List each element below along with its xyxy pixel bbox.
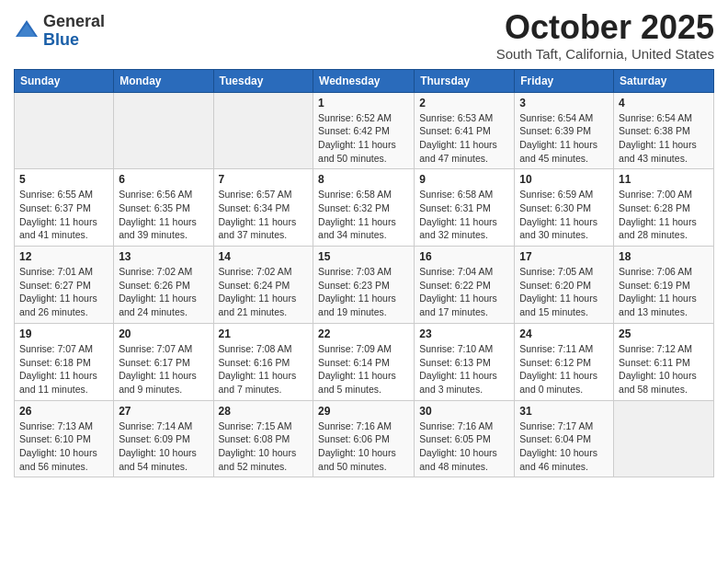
calendar-cell: 17Sunrise: 7:05 AM Sunset: 6:20 PM Dayli… bbox=[515, 247, 614, 324]
day-number: 5 bbox=[19, 173, 108, 186]
weekday-header-sunday: Sunday bbox=[15, 69, 114, 92]
calendar-cell: 3Sunrise: 6:54 AM Sunset: 6:39 PM Daylig… bbox=[515, 92, 614, 169]
calendar-cell: 23Sunrise: 7:10 AM Sunset: 6:13 PM Dayli… bbox=[415, 323, 515, 400]
calendar-cell: 13Sunrise: 7:02 AM Sunset: 6:26 PM Dayli… bbox=[114, 247, 213, 324]
day-info: Sunrise: 7:17 AM Sunset: 6:04 PM Dayligh… bbox=[519, 419, 609, 474]
calendar-cell: 27Sunrise: 7:14 AM Sunset: 6:09 PM Dayli… bbox=[114, 400, 213, 477]
day-info: Sunrise: 7:14 AM Sunset: 6:09 PM Dayligh… bbox=[119, 419, 208, 474]
day-info: Sunrise: 7:05 AM Sunset: 6:20 PM Dayligh… bbox=[519, 265, 609, 319]
weekday-header-row: SundayMondayTuesdayWednesdayThursdayFrid… bbox=[15, 69, 714, 92]
day-info: Sunrise: 7:10 AM Sunset: 6:13 PM Dayligh… bbox=[419, 342, 509, 396]
calendar-cell: 6Sunrise: 6:56 AM Sunset: 6:35 PM Daylig… bbox=[114, 169, 213, 247]
calendar-cell: 1Sunrise: 6:52 AM Sunset: 6:42 PM Daylig… bbox=[313, 92, 415, 169]
calendar-cell: 24Sunrise: 7:11 AM Sunset: 6:12 PM Dayli… bbox=[515, 323, 614, 400]
day-info: Sunrise: 7:12 AM Sunset: 6:11 PM Dayligh… bbox=[619, 342, 709, 396]
calendar-cell: 30Sunrise: 7:16 AM Sunset: 6:05 PM Dayli… bbox=[415, 400, 515, 477]
day-number: 21 bbox=[219, 327, 309, 340]
calendar-cell: 22Sunrise: 7:09 AM Sunset: 6:14 PM Dayli… bbox=[313, 323, 415, 400]
calendar-cell: 8Sunrise: 6:58 AM Sunset: 6:32 PM Daylig… bbox=[313, 169, 415, 247]
day-info: Sunrise: 7:06 AM Sunset: 6:19 PM Dayligh… bbox=[619, 265, 709, 319]
day-number: 27 bbox=[119, 405, 208, 418]
calendar-week-5: 26Sunrise: 7:13 AM Sunset: 6:10 PM Dayli… bbox=[15, 400, 714, 477]
weekday-header-saturday: Saturday bbox=[614, 69, 714, 92]
title-area: October 2025 South Taft, California, Uni… bbox=[496, 9, 714, 62]
calendar-cell: 18Sunrise: 7:06 AM Sunset: 6:19 PM Dayli… bbox=[614, 247, 714, 324]
calendar-cell: 12Sunrise: 7:01 AM Sunset: 6:27 PM Dayli… bbox=[15, 247, 114, 324]
day-number: 7 bbox=[219, 173, 309, 186]
logo-icon bbox=[14, 18, 40, 44]
day-number: 23 bbox=[419, 327, 509, 340]
day-number: 28 bbox=[219, 405, 309, 418]
logo-blue-text: Blue bbox=[43, 30, 79, 49]
calendar-cell: 9Sunrise: 6:58 AM Sunset: 6:31 PM Daylig… bbox=[415, 169, 515, 247]
day-number: 12 bbox=[19, 250, 108, 263]
day-number: 26 bbox=[19, 405, 108, 418]
day-number: 1 bbox=[318, 97, 409, 109]
weekday-header-wednesday: Wednesday bbox=[313, 69, 415, 92]
calendar-cell bbox=[614, 400, 714, 477]
calendar-cell: 19Sunrise: 7:07 AM Sunset: 6:18 PM Dayli… bbox=[15, 323, 114, 400]
day-info: Sunrise: 7:11 AM Sunset: 6:12 PM Dayligh… bbox=[519, 342, 609, 396]
day-info: Sunrise: 6:54 AM Sunset: 6:39 PM Dayligh… bbox=[519, 111, 609, 166]
day-info: Sunrise: 7:07 AM Sunset: 6:17 PM Dayligh… bbox=[119, 342, 208, 396]
header: General Blue October 2025 South Taft, Ca… bbox=[14, 9, 714, 62]
calendar-cell: 26Sunrise: 7:13 AM Sunset: 6:10 PM Dayli… bbox=[15, 400, 114, 477]
calendar-cell: 2Sunrise: 6:53 AM Sunset: 6:41 PM Daylig… bbox=[415, 92, 515, 169]
day-number: 20 bbox=[119, 327, 208, 340]
calendar-cell: 25Sunrise: 7:12 AM Sunset: 6:11 PM Dayli… bbox=[614, 323, 714, 400]
day-number: 30 bbox=[419, 405, 509, 418]
day-info: Sunrise: 7:09 AM Sunset: 6:14 PM Dayligh… bbox=[318, 342, 409, 396]
day-info: Sunrise: 6:58 AM Sunset: 6:32 PM Dayligh… bbox=[318, 188, 409, 242]
day-number: 6 bbox=[119, 173, 208, 186]
calendar-cell bbox=[15, 92, 114, 169]
weekday-header-thursday: Thursday bbox=[415, 69, 515, 92]
day-number: 11 bbox=[619, 173, 709, 186]
day-info: Sunrise: 6:55 AM Sunset: 6:37 PM Dayligh… bbox=[19, 188, 108, 242]
calendar-cell: 15Sunrise: 7:03 AM Sunset: 6:23 PM Dayli… bbox=[313, 247, 415, 324]
day-number: 8 bbox=[318, 173, 409, 186]
weekday-header-monday: Monday bbox=[114, 69, 213, 92]
calendar-week-2: 5Sunrise: 6:55 AM Sunset: 6:37 PM Daylig… bbox=[15, 169, 714, 247]
day-number: 13 bbox=[119, 250, 208, 263]
day-number: 24 bbox=[519, 327, 609, 340]
day-info: Sunrise: 7:00 AM Sunset: 6:28 PM Dayligh… bbox=[619, 188, 709, 242]
calendar-cell: 29Sunrise: 7:16 AM Sunset: 6:06 PM Dayli… bbox=[313, 400, 415, 477]
day-info: Sunrise: 7:16 AM Sunset: 6:05 PM Dayligh… bbox=[419, 419, 509, 474]
calendar-cell: 10Sunrise: 6:59 AM Sunset: 6:30 PM Dayli… bbox=[515, 169, 614, 247]
day-number: 16 bbox=[419, 250, 509, 263]
calendar-cell bbox=[213, 92, 313, 169]
day-info: Sunrise: 6:59 AM Sunset: 6:30 PM Dayligh… bbox=[519, 188, 609, 242]
calendar-cell: 4Sunrise: 6:54 AM Sunset: 6:38 PM Daylig… bbox=[614, 92, 714, 169]
logo: General Blue bbox=[14, 13, 105, 50]
calendar-cell: 28Sunrise: 7:15 AM Sunset: 6:08 PM Dayli… bbox=[213, 400, 313, 477]
day-number: 17 bbox=[519, 250, 609, 263]
day-number: 29 bbox=[318, 405, 409, 418]
day-info: Sunrise: 7:04 AM Sunset: 6:22 PM Dayligh… bbox=[419, 265, 509, 319]
calendar-cell: 21Sunrise: 7:08 AM Sunset: 6:16 PM Dayli… bbox=[213, 323, 313, 400]
calendar-week-1: 1Sunrise: 6:52 AM Sunset: 6:42 PM Daylig… bbox=[15, 92, 714, 169]
calendar-cell: 7Sunrise: 6:57 AM Sunset: 6:34 PM Daylig… bbox=[213, 169, 313, 247]
day-info: Sunrise: 7:01 AM Sunset: 6:27 PM Dayligh… bbox=[19, 265, 108, 319]
weekday-header-tuesday: Tuesday bbox=[213, 69, 313, 92]
location-subtitle: South Taft, California, United States bbox=[496, 46, 714, 62]
day-info: Sunrise: 7:15 AM Sunset: 6:08 PM Dayligh… bbox=[219, 419, 309, 474]
day-number: 22 bbox=[318, 327, 409, 340]
day-number: 4 bbox=[619, 97, 709, 109]
calendar-table: SundayMondayTuesdayWednesdayThursdayFrid… bbox=[14, 69, 714, 478]
calendar-cell: 16Sunrise: 7:04 AM Sunset: 6:22 PM Dayli… bbox=[415, 247, 515, 324]
calendar-cell bbox=[114, 92, 213, 169]
calendar-week-4: 19Sunrise: 7:07 AM Sunset: 6:18 PM Dayli… bbox=[15, 323, 714, 400]
day-info: Sunrise: 6:58 AM Sunset: 6:31 PM Dayligh… bbox=[419, 188, 509, 242]
calendar-cell: 31Sunrise: 7:17 AM Sunset: 6:04 PM Dayli… bbox=[515, 400, 614, 477]
day-info: Sunrise: 6:53 AM Sunset: 6:41 PM Dayligh… bbox=[419, 111, 509, 166]
calendar-cell: 11Sunrise: 7:00 AM Sunset: 6:28 PM Dayli… bbox=[614, 169, 714, 247]
day-info: Sunrise: 7:03 AM Sunset: 6:23 PM Dayligh… bbox=[318, 265, 409, 319]
day-number: 10 bbox=[519, 173, 609, 186]
day-info: Sunrise: 7:08 AM Sunset: 6:16 PM Dayligh… bbox=[219, 342, 309, 396]
month-title: October 2025 bbox=[496, 9, 714, 46]
day-info: Sunrise: 7:02 AM Sunset: 6:26 PM Dayligh… bbox=[119, 265, 208, 319]
day-number: 2 bbox=[419, 97, 509, 109]
calendar-cell: 14Sunrise: 7:02 AM Sunset: 6:24 PM Dayli… bbox=[213, 247, 313, 324]
day-info: Sunrise: 7:13 AM Sunset: 6:10 PM Dayligh… bbox=[19, 419, 108, 474]
calendar-cell: 20Sunrise: 7:07 AM Sunset: 6:17 PM Dayli… bbox=[114, 323, 213, 400]
